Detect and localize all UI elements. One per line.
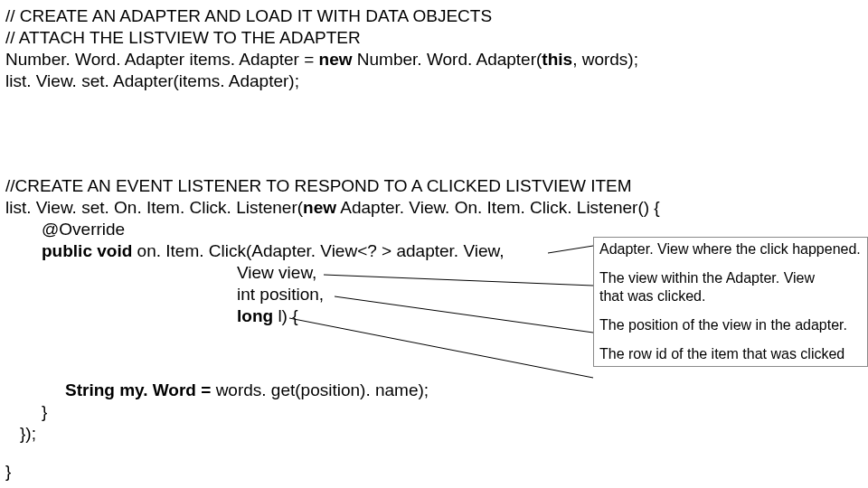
code-line-listener: list. View. set. On. Item. Click. Listen… [5,197,660,219]
svg-line-0 [548,246,593,253]
code-line-setadapter: list. View. set. Adapter(items. Adapter)… [5,70,299,92]
code-text: Number. Word. Adapter( [353,50,542,69]
code-text: , words); [572,50,638,69]
code-text: list. View. set. On. Item. Click. Listen… [5,198,303,217]
code-line-onitemclick: public void on. Item. Click(Adapter. Vie… [42,240,504,262]
keyword-publicvoid: public void [42,241,132,260]
code-line-param-position: int position, [237,284,324,305]
code-text: l) { [278,306,297,325]
code-line-param-long: long l) { [237,305,298,327]
annotation-box: Adapter. View where the click happened. … [593,237,868,367]
svg-line-3 [289,318,593,378]
code-line-close1: } [42,401,47,423]
code-line-adapter-decl: Number. Word. Adapter items. Adapter = n… [5,49,638,70]
code-text: on. Item. Click(Adapter. View<? > adapte… [132,241,504,260]
annotation-position: The position of the view in the adapter. [599,316,862,334]
annotation-adapterview: Adapter. View where the click happened. [599,240,862,258]
code-text: Adapter. View. On. Item. Click. Listener… [336,198,660,217]
svg-line-1 [324,275,593,286]
code-line-param-view: View view, [237,262,316,284]
code-line-close2: }); [20,423,36,445]
svg-line-2 [335,296,593,333]
code-comment-2: // ATTACH THE LISTVIEW TO THE ADAPTER [5,27,361,49]
keyword-this: this [542,50,572,69]
keyword-long: long [237,306,278,325]
code-comment-1: // CREATE AN ADAPTER AND LOAD IT WITH DA… [5,5,492,27]
code-text: words. get(position). name); [216,380,429,399]
code-line-override: @Override [42,219,125,240]
code-line-myword: String my. Word = words. get(position). … [65,380,429,401]
annotation-view-line2: that was clicked. [599,287,862,305]
code-bold: String my. Word = [65,380,216,399]
annotation-view-line1: The view within the Adapter. View [599,269,862,287]
keyword-new: new [319,50,353,69]
code-comment-3: //CREATE AN EVENT LISTENER TO RESPOND TO… [5,175,632,197]
code-text: Number. Word. Adapter items. Adapter = [5,50,319,69]
code-line-close3: } [5,461,11,483]
annotation-rowid: The row id of the item that was clicked [599,345,862,363]
keyword-new: new [303,198,336,217]
